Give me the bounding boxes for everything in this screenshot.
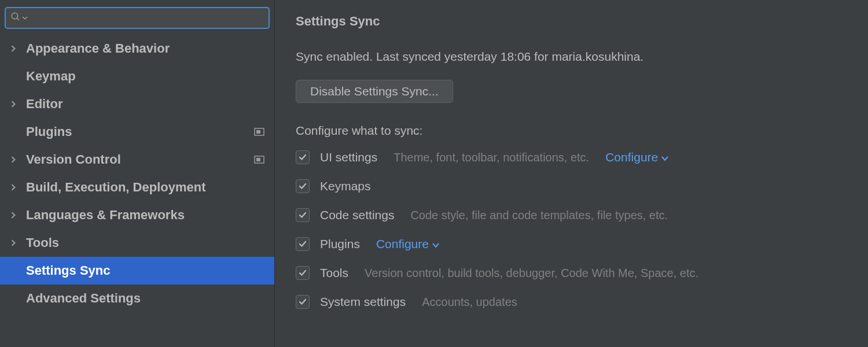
sidebar-item-label: Advanced Settings (26, 291, 265, 306)
sidebar-item-label: Appearance & Behavior (26, 41, 265, 56)
search-input[interactable] (31, 8, 264, 28)
filter-dropdown-icon[interactable] (22, 13, 28, 23)
configure-link[interactable]: Configure (376, 237, 439, 251)
svg-rect-3 (256, 130, 260, 134)
sidebar-item-languages-frameworks[interactable]: Languages & Frameworks (0, 201, 274, 229)
chevron-right-icon[interactable] (0, 239, 26, 246)
sync-row-ui-settings: UI settingsTheme, font, toolbar, notific… (296, 150, 847, 164)
sidebar-item-editor[interactable]: Editor (0, 90, 274, 118)
sync-row-desc: Code style, file and code templates, fil… (410, 209, 668, 222)
sync-row-keymaps: Keymaps (296, 179, 847, 193)
sync-row-label: Plugins (320, 237, 360, 251)
sidebar-item-label: Settings Sync (26, 263, 265, 278)
sync-row-tools: ToolsVersion control, build tools, debug… (296, 266, 847, 280)
sidebar-item-label: Keymap (26, 69, 265, 84)
sidebar-item-label: Build, Execution, Deployment (26, 180, 265, 195)
checkbox[interactable] (296, 295, 310, 309)
sidebar-item-label: Version Control (26, 152, 253, 167)
sidebar-item-version-control[interactable]: Version Control (0, 146, 274, 174)
configure-link[interactable]: Configure (605, 150, 668, 164)
checkbox[interactable] (296, 237, 310, 251)
sync-row-desc: Theme, font, toolbar, notifications, etc… (393, 151, 589, 164)
search-icon (10, 12, 21, 24)
settings-sidebar: Appearance & BehaviorKeymapEditorPlugins… (0, 0, 275, 347)
chevron-right-icon[interactable] (0, 184, 26, 191)
page-title: Settings Sync (296, 14, 847, 29)
sync-row-label: Code settings (320, 208, 394, 222)
sidebar-item-label: Plugins (26, 124, 253, 139)
settings-tree: Appearance & BehaviorKeymapEditorPlugins… (0, 35, 274, 347)
configure-heading: Configure what to sync: (296, 124, 847, 138)
sync-row-desc: Accounts, updates (422, 296, 517, 309)
project-badge-icon (253, 127, 265, 136)
search-wrap (0, 0, 274, 35)
chevron-down-icon (661, 150, 668, 164)
sync-row-label: System settings (320, 295, 406, 309)
main-panel: Settings Sync Sync enabled. Last synced … (275, 0, 868, 347)
sidebar-item-appearance-behavior[interactable]: Appearance & Behavior (0, 35, 274, 62)
sync-row-system-settings: System settingsAccounts, updates (296, 295, 847, 309)
sync-row-label: UI settings (320, 150, 377, 164)
sync-row-plugins: PluginsConfigure (296, 237, 847, 251)
sync-options-list: UI settingsTheme, font, toolbar, notific… (296, 150, 847, 309)
project-badge-icon (253, 155, 265, 164)
chevron-right-icon[interactable] (0, 212, 26, 219)
sync-row-label: Keymaps (320, 179, 371, 193)
sync-row-desc: Version control, build tools, debugger, … (365, 267, 698, 280)
svg-point-0 (12, 13, 18, 19)
sidebar-item-label: Tools (26, 235, 265, 250)
sidebar-item-label: Editor (26, 97, 265, 112)
chevron-right-icon[interactable] (0, 156, 26, 163)
chevron-down-icon (432, 237, 439, 251)
svg-line-1 (17, 18, 19, 20)
checkbox[interactable] (296, 150, 310, 164)
sidebar-item-settings-sync[interactable]: Settings Sync (0, 257, 274, 285)
checkbox[interactable] (296, 208, 310, 222)
search-box[interactable] (5, 7, 270, 29)
sync-status: Sync enabled. Last synced yesterday 18:0… (296, 50, 847, 64)
sidebar-item-tools[interactable]: Tools (0, 229, 274, 257)
sidebar-item-keymap[interactable]: Keymap (0, 62, 274, 90)
sidebar-item-advanced-settings[interactable]: Advanced Settings (0, 285, 274, 312)
chevron-right-icon[interactable] (0, 101, 26, 108)
sync-row-code-settings: Code settingsCode style, file and code t… (296, 208, 847, 222)
sidebar-item-build-execution-deployment[interactable]: Build, Execution, Deployment (0, 174, 274, 201)
disable-sync-button[interactable]: Disable Settings Sync... (296, 80, 453, 103)
svg-rect-5 (256, 158, 260, 161)
sidebar-item-plugins[interactable]: Plugins (0, 118, 274, 146)
sidebar-item-label: Languages & Frameworks (26, 208, 265, 223)
checkbox[interactable] (296, 179, 310, 193)
chevron-right-icon[interactable] (0, 45, 26, 52)
sync-row-label: Tools (320, 266, 348, 280)
checkbox[interactable] (296, 266, 310, 280)
